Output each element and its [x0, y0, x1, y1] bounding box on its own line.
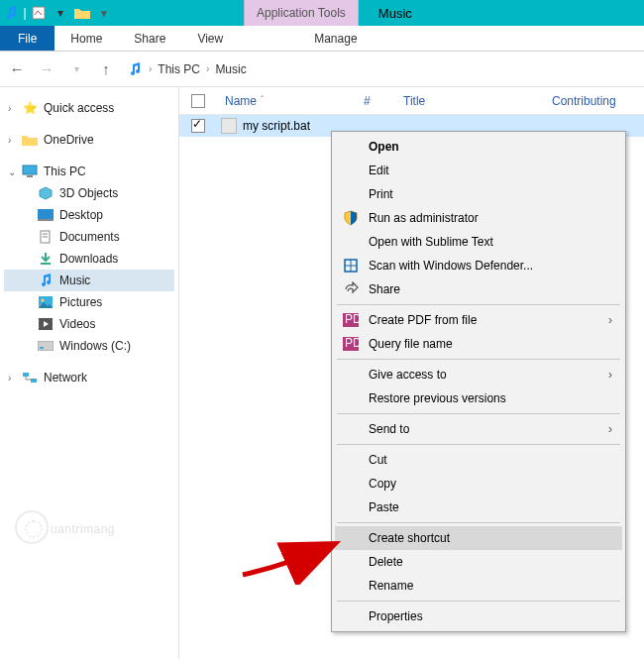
- menu-give-access[interactable]: Give access to›: [335, 363, 622, 386]
- tab-file[interactable]: File: [0, 26, 54, 51]
- menu-separator: [337, 522, 620, 523]
- menu-label: Send to: [369, 422, 409, 436]
- menu-create-shortcut[interactable]: Create shortcut: [335, 526, 622, 550]
- chevron-right-icon[interactable]: ›: [8, 373, 11, 384]
- column-number[interactable]: #: [354, 94, 393, 108]
- sidebar-music[interactable]: Music: [4, 270, 174, 291]
- nav-back-icon[interactable]: ←: [8, 60, 26, 77]
- chevron-right-icon: ›: [608, 422, 612, 436]
- menu-query[interactable]: PDFQuery file name: [335, 332, 622, 356]
- menu-separator: [337, 444, 620, 445]
- sidebar-item-label: Desktop: [59, 208, 103, 222]
- breadcrumb[interactable]: › This PC › Music: [127, 61, 247, 77]
- sidebar-onedrive[interactable]: ›OneDrive: [4, 129, 174, 151]
- sidebar-item-label: Videos: [59, 317, 95, 331]
- music-icon: [127, 61, 143, 77]
- tab-share[interactable]: Share: [118, 26, 181, 51]
- menu-create-pdf[interactable]: PDFCreate PDF from file›: [335, 308, 622, 332]
- tab-home[interactable]: Home: [54, 26, 118, 51]
- breadcrumb-this-pc[interactable]: This PC: [158, 62, 200, 76]
- properties-icon[interactable]: [28, 2, 50, 24]
- menu-separator: [337, 304, 620, 305]
- menu-defender[interactable]: Scan with Windows Defender...: [335, 254, 622, 277]
- sidebar-quick-access[interactable]: ›⭐Quick access: [4, 97, 174, 119]
- menu-send-to[interactable]: Send to›: [335, 417, 622, 441]
- column-label: Name: [225, 94, 257, 108]
- menu-rename[interactable]: Rename: [335, 574, 622, 598]
- select-all-checkbox[interactable]: [191, 94, 205, 108]
- menu-open[interactable]: Open: [335, 135, 622, 159]
- file-checkbox[interactable]: [191, 119, 205, 133]
- sidebar-item-label: OneDrive: [44, 133, 94, 147]
- tab-view[interactable]: View: [181, 26, 239, 51]
- menu-separator: [337, 359, 620, 360]
- column-title[interactable]: Title: [393, 94, 542, 108]
- sidebar-item-label: This PC: [44, 165, 86, 178]
- menu-label: Create PDF from file: [369, 313, 477, 327]
- downloads-icon: [38, 251, 54, 267]
- menu-separator: [337, 413, 620, 414]
- nav-recent-icon[interactable]: ▾: [67, 63, 85, 74]
- window-title: Music: [359, 6, 432, 21]
- menu-paste[interactable]: Paste: [335, 495, 622, 519]
- chevron-right-icon[interactable]: ›: [8, 103, 11, 114]
- svg-point-10: [42, 299, 45, 302]
- menu-restore[interactable]: Restore previous versions: [335, 386, 622, 410]
- menu-copy[interactable]: Copy: [335, 472, 622, 495]
- tab-manage[interactable]: Manage: [298, 26, 373, 51]
- navigation-pane: ›⭐Quick access ›OneDrive ⌄This PC 3D Obj…: [0, 87, 178, 659]
- sidebar-3d-objects[interactable]: 3D Objects: [4, 182, 174, 204]
- cube-icon: [38, 185, 54, 201]
- watermark: uantrimang: [15, 510, 115, 544]
- svg-rect-14: [23, 373, 29, 377]
- qat-dropdown-icon[interactable]: ▾: [50, 2, 71, 24]
- sidebar-item-label: 3D Objects: [59, 186, 118, 200]
- svg-rect-4: [38, 219, 54, 221]
- menu-sublime[interactable]: Open with Sublime Text: [335, 230, 622, 254]
- menu-share[interactable]: Share: [335, 277, 622, 301]
- sidebar-item-label: Quick access: [44, 101, 114, 115]
- sidebar-downloads[interactable]: Downloads: [4, 248, 174, 270]
- breadcrumb-music[interactable]: Music: [215, 62, 246, 76]
- sidebar-documents[interactable]: Documents: [4, 226, 174, 248]
- qat-customize-icon[interactable]: ▼: [93, 2, 115, 24]
- sort-asc-icon: ˆ: [261, 95, 264, 106]
- documents-icon: [38, 229, 54, 245]
- sidebar-item-label: Network: [44, 371, 87, 384]
- chevron-down-icon[interactable]: ⌄: [8, 166, 16, 177]
- pictures-icon: [38, 294, 54, 310]
- sidebar-pictures[interactable]: Pictures: [4, 291, 174, 313]
- menu-properties[interactable]: Properties: [335, 604, 622, 628]
- menu-edit[interactable]: Edit: [335, 159, 622, 182]
- chevron-right-icon[interactable]: ›: [206, 63, 209, 74]
- titlebar: | ▾ ▼ Application Tools Music: [0, 0, 644, 26]
- network-icon: [22, 370, 38, 385]
- sidebar-videos[interactable]: Videos: [4, 313, 174, 335]
- menu-print[interactable]: Print: [335, 182, 622, 206]
- column-contributing[interactable]: Contributing: [542, 94, 626, 108]
- menu-run-admin[interactable]: Run as administrator: [335, 206, 622, 230]
- column-name[interactable]: Nameˆ: [215, 94, 354, 108]
- svg-text:PDF: PDF: [345, 313, 359, 326]
- chevron-right-icon[interactable]: ›: [8, 135, 11, 146]
- menu-label: Run as administrator: [369, 211, 479, 225]
- menu-cut[interactable]: Cut: [335, 448, 622, 472]
- sidebar-this-pc[interactable]: ⌄This PC: [4, 161, 174, 182]
- chevron-right-icon[interactable]: ›: [149, 63, 152, 74]
- svg-rect-13: [40, 347, 44, 349]
- sidebar-windows-c[interactable]: Windows (C:): [4, 335, 174, 357]
- sidebar-item-label: Documents: [59, 230, 120, 244]
- drive-icon: [38, 338, 54, 354]
- nav-up-icon[interactable]: ↑: [97, 60, 115, 77]
- pdf-icon: PDF: [342, 335, 360, 353]
- file-name: my script.bat: [243, 119, 310, 133]
- defender-icon: [342, 257, 360, 275]
- menu-delete[interactable]: Delete: [335, 550, 622, 574]
- menu-separator: [337, 601, 620, 602]
- new-folder-icon[interactable]: [71, 2, 93, 24]
- contextual-tab-label: Application Tools: [244, 0, 359, 26]
- shield-icon: [342, 209, 360, 227]
- sidebar-network[interactable]: ›Network: [4, 367, 174, 388]
- sidebar-item-label: Pictures: [59, 295, 102, 309]
- sidebar-desktop[interactable]: Desktop: [4, 204, 174, 226]
